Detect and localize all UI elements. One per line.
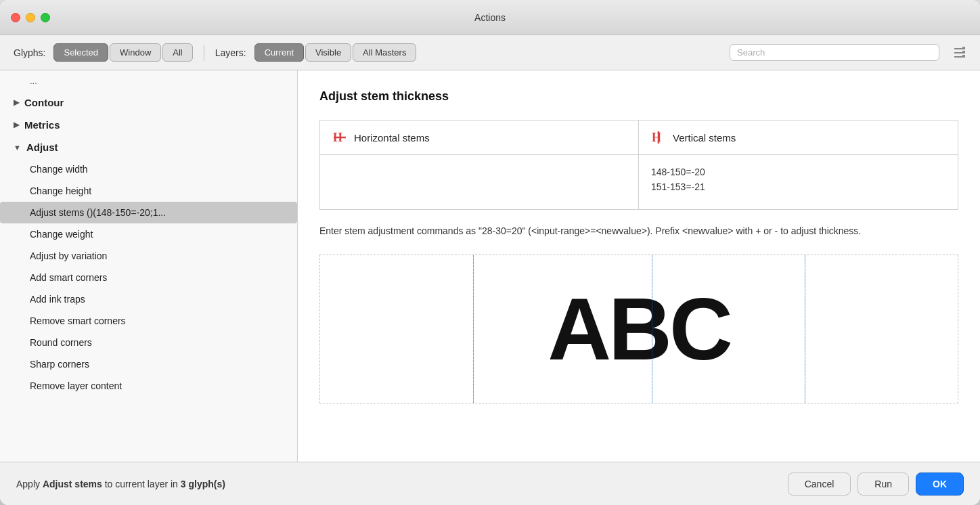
panel-content: Adjust stem thickness H Horizon xyxy=(298,70,980,462)
status-middle: to current layer in xyxy=(102,479,181,489)
panel-title: Adjust stem thickness xyxy=(319,89,958,104)
vertical-stem-value-1: 148-150=-20 xyxy=(651,164,945,179)
search-input[interactable] xyxy=(737,47,932,58)
status-count: 3 glyph(s) xyxy=(181,479,225,489)
close-button[interactable] xyxy=(11,13,20,22)
titlebar: Actions xyxy=(0,0,980,35)
layers-visible-button[interactable]: Visible xyxy=(305,43,351,62)
run-button[interactable]: Run xyxy=(858,473,909,496)
bottom-bar: Apply Adjust stems to current layer in 3… xyxy=(0,462,980,505)
panel: Adjust stem thickness H Horizon xyxy=(298,70,980,462)
horizontal-stems-col: H Horizontal stems xyxy=(320,120,639,209)
horizontal-stems-body xyxy=(320,155,638,209)
cancel-button[interactable]: Cancel xyxy=(788,473,851,496)
layers-all-masters-button[interactable]: All Masters xyxy=(353,43,416,62)
contour-arrow-icon: ▶ xyxy=(14,98,19,107)
sidebar-group-contour-label: Contour xyxy=(24,97,64,108)
sidebar-item-partial[interactable]: ... xyxy=(0,70,297,91)
main-content: ... ▶ Contour ▶ Metrics ▼ Adjust Change … xyxy=(0,70,980,462)
sidebar-group-adjust[interactable]: ▼ Adjust xyxy=(0,136,297,158)
guide-line-3 xyxy=(805,255,805,403)
sidebar-item-adjust-by-variation[interactable]: Adjust by variation xyxy=(0,245,297,267)
toolbar: Glyphs: Selected Window All Layers: Curr… xyxy=(0,35,980,70)
vertical-stem-icon: H xyxy=(651,130,666,145)
list-view-icon[interactable] xyxy=(953,46,966,60)
sidebar-group-metrics-label: Metrics xyxy=(24,119,60,131)
layers-current-button[interactable]: Current xyxy=(254,43,304,62)
stems-grid: H Horizontal stems xyxy=(319,120,958,210)
status-action: Adjust stems xyxy=(43,479,102,489)
horizontal-stems-label: Horizontal stems xyxy=(354,132,430,144)
glyphs-all-button[interactable]: All xyxy=(162,43,192,62)
ok-button[interactable]: OK xyxy=(916,473,964,496)
maximize-button[interactable] xyxy=(41,13,50,22)
adjust-arrow-icon: ▼ xyxy=(14,144,21,152)
sidebar-item-sharp-corners[interactable]: Sharp corners xyxy=(0,353,297,375)
metrics-arrow-icon: ▶ xyxy=(14,120,19,129)
sidebar-item-remove-layer-content[interactable]: Remove layer content xyxy=(0,375,297,397)
glyphs-selected-button[interactable]: Selected xyxy=(53,43,108,62)
glyphs-window-button[interactable]: Window xyxy=(110,43,161,62)
sidebar-item-change-weight[interactable]: Change weight xyxy=(0,223,297,245)
svg-text:H: H xyxy=(652,131,661,144)
vertical-stems-col: H Vertical stems 148-150=-20 151-153=-21 xyxy=(639,120,958,209)
horizontal-stems-header: H Horizontal stems xyxy=(320,120,638,155)
sidebar-group-contour[interactable]: ▶ Contour xyxy=(0,91,297,114)
guide-line-1 xyxy=(473,255,474,403)
vertical-stems-header: H Vertical stems xyxy=(639,120,958,155)
glyphs-label: Glyphs: xyxy=(14,47,45,58)
sidebar-item-round-corners[interactable]: Round corners xyxy=(0,332,297,353)
preview-area: ABC xyxy=(319,255,958,403)
app-window: Actions Glyphs: Selected Window All Laye… xyxy=(0,0,980,505)
sidebar-item-adjust-stems[interactable]: Adjust stems ()(148-150=-20;1... xyxy=(0,202,297,223)
description-text: Enter stem adjustment commands as "28-30… xyxy=(319,223,958,238)
sidebar-item-add-smart-corners[interactable]: Add smart corners xyxy=(0,267,297,288)
layers-button-group: Current Visible All Masters xyxy=(254,43,417,62)
minimize-button[interactable] xyxy=(26,13,35,22)
traffic-lights xyxy=(11,13,50,22)
status-prefix: Apply xyxy=(16,479,43,489)
bottom-status: Apply Adjust stems to current layer in 3… xyxy=(16,479,225,489)
toolbar-separator xyxy=(204,45,204,61)
vertical-stems-label: Vertical stems xyxy=(673,132,736,144)
sidebar-item-add-ink-traps[interactable]: Add ink traps xyxy=(0,288,297,310)
sidebar-group-metrics[interactable]: ▶ Metrics xyxy=(0,114,297,136)
sidebar-group-adjust-label: Adjust xyxy=(26,141,58,153)
sidebar-item-change-width[interactable]: Change width xyxy=(0,158,297,180)
vertical-stems-body: 148-150=-20 151-153=-21 xyxy=(639,155,958,209)
vertical-stem-value-2: 151-153=-21 xyxy=(651,179,945,194)
horizontal-stem-icon: H xyxy=(332,130,347,145)
preview-text: ABC xyxy=(548,285,730,373)
bottom-buttons: Cancel Run OK xyxy=(788,473,964,496)
glyphs-button-group: Selected Window All xyxy=(53,43,192,62)
layers-label: Layers: xyxy=(215,47,246,58)
search-container xyxy=(730,44,939,61)
window-title: Actions xyxy=(474,12,506,23)
sidebar: ... ▶ Contour ▶ Metrics ▼ Adjust Change … xyxy=(0,70,298,462)
sidebar-item-change-height[interactable]: Change height xyxy=(0,180,297,202)
sidebar-item-remove-smart-corners[interactable]: Remove smart corners xyxy=(0,310,297,332)
